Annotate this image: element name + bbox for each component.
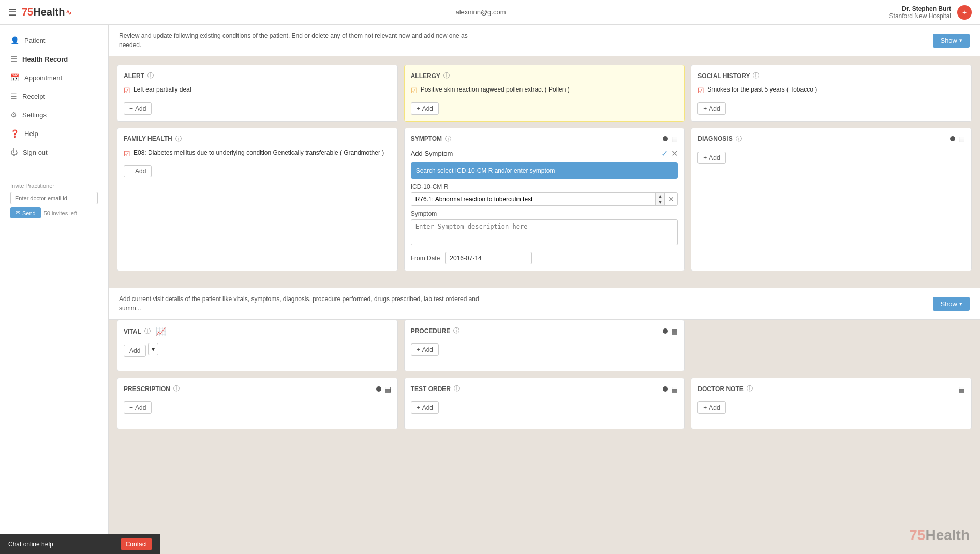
sidebar-item-appointment[interactable]: 📅 Appointment [0,68,108,87]
social-add-button[interactable]: + Add [697,102,725,115]
social-info-icon[interactable]: ⓘ [753,71,759,80]
alert-checkbox-icon: ☑ [124,86,130,96]
diagnosis-add-icon: + [703,154,707,161]
doctor-note-add-label: Add [709,404,720,411]
test-order-add-icon: + [417,404,420,411]
alert-card-header: ALERT ⓘ [124,71,391,80]
prescription-add-button[interactable]: + Add [124,401,152,414]
send-icon: ✉ [16,209,20,216]
prescription-info-icon[interactable]: ⓘ [173,384,180,393]
show-button-top[interactable]: Show [933,34,970,48]
health-record-icon: ☰ [10,55,17,63]
sidebar-label-help: Help [24,130,38,138]
sidebar-label-health-record: Health Record [22,55,68,63]
sidebar: 👤 Patient ☰ Health Record 📅 Appointment … [0,25,109,554]
sidebar-label-sign-out: Sign out [23,148,48,156]
invites-left: 50 invites left [44,210,77,216]
hamburger-icon[interactable]: ☰ [8,7,17,18]
family-item: ☑ E08: Diabetes mellitus due to underlyi… [124,148,391,159]
date-input[interactable] [445,252,532,264]
prescription-add-icon: + [129,404,133,411]
symptom-field-label: Symptom [411,210,678,217]
symptom-info-icon[interactable]: ⓘ [445,134,451,143]
alert-add-button[interactable]: + Add [124,102,152,115]
bottom-info-bar: Add current visit details of the patient… [109,288,980,320]
social-item: ☑ Smokes for the past 5 years ( Tobacco … [697,85,965,96]
allergy-add-button[interactable]: + Add [411,102,439,115]
sidebar-item-sign-out[interactable]: ⏻ Sign out [0,143,108,161]
diagnosis-add-label: Add [709,154,720,161]
main-layout: 👤 Patient ☰ Health Record 📅 Appointment … [0,25,980,554]
doctor-note-add-button[interactable]: + Add [697,401,725,414]
symptom-title: SYMPTOM [411,135,442,142]
family-health-card: FAMILY HEALTH ⓘ ☑ E08: Diabetes mellitus… [117,128,398,272]
family-item-text: E08: Diabetes mellitus due to underlying… [133,148,384,157]
symptom-cancel-button[interactable]: ✕ [671,148,678,158]
brand-logo: 75Health∿ [22,6,72,18]
prescription-table-icon: ▤ [384,385,391,393]
test-order-header-icons: ▤ [663,385,678,393]
icd-scroll-up[interactable]: ▲ [656,193,664,199]
doctor-hospital: Stanford New Hospital [889,12,951,20]
alert-item: ☑ Left ear partially deaf [124,85,391,96]
prescription-card-header: PRESCRIPTION ⓘ ▤ [124,384,391,393]
procedure-card: PROCEDURE ⓘ ▤ + Add [404,320,685,371]
family-info-icon[interactable]: ⓘ [175,134,182,143]
add-symptom-actions: ✓ ✕ [661,148,678,158]
cards-section: ALERT ⓘ ☑ Left ear partially deaf + Add [109,56,980,286]
invite-email-input[interactable] [10,192,98,204]
test-order-table-icon: ▤ [671,385,678,393]
allergy-add-label: Add [422,105,433,112]
sidebar-item-receipt[interactable]: ☰ Receipt [0,87,108,106]
icd-input[interactable] [411,193,656,205]
sidebar-item-patient[interactable]: 👤 Patient [0,31,108,50]
symptom-textarea[interactable] [411,219,678,245]
symptom-check-button[interactable]: ✓ [661,148,668,158]
vital-info-icon[interactable]: ⓘ [144,327,151,336]
doctor-note-info-icon[interactable]: ⓘ [747,384,753,393]
doctor-note-card-header: DOCTOR NOTE ⓘ ▤ [697,384,965,393]
procedure-header-icons: ▤ [663,327,678,335]
allergy-title: ALLERGY [411,72,440,80]
watermark: 75Health [909,527,970,544]
family-add-button[interactable]: + Add [124,165,152,177]
family-title: FAMILY HEALTH [124,135,172,142]
allergy-card-header: ALLERGY ⓘ [411,71,678,80]
prescription-header-icons: ▤ [376,385,391,393]
diagnosis-card: DIAGNOSIS ⓘ ▤ + Add [691,128,972,272]
alert-info-icon[interactable]: ⓘ [147,71,154,80]
doctor-note-add-icon: + [703,404,707,411]
vital-add-button[interactable]: Add [124,345,146,357]
sidebar-item-settings[interactable]: ⚙ Settings [0,106,108,124]
bottom-info-text: Add current visit details of the patient… [119,294,481,313]
icd-clear-button[interactable]: ✕ [664,193,677,205]
vital-dropdown-button[interactable]: ▾ [148,343,158,355]
test-order-info-icon[interactable]: ⓘ [454,384,460,393]
family-card-header: FAMILY HEALTH ⓘ [124,134,391,143]
procedure-add-button[interactable]: + Add [411,343,439,356]
show-button-bottom[interactable]: Show [933,297,970,311]
date-label: From Date [411,254,440,262]
test-order-card-header: TEST ORDER ⓘ ▤ [411,384,678,393]
procedure-info-icon[interactable]: ⓘ [453,326,459,335]
vital-add-label: Add [129,347,140,354]
symptom-card: SYMPTOM ⓘ ▤ Add Symptom ✓ ✕ [404,128,685,272]
symptom-search-box: Search select ICD-10-CM R and/or enter s… [411,162,678,179]
allergy-info-icon[interactable]: ⓘ [443,71,450,80]
icd-scroll-down[interactable]: ▼ [656,199,664,205]
sidebar-item-health-record[interactable]: ☰ Health Record [0,50,108,68]
watermark-75: 75 [909,527,925,543]
diagnosis-title: DIAGNOSIS [697,135,732,142]
vital-chart-icon[interactable]: 📈 [156,326,166,336]
diagnosis-info-icon[interactable]: ⓘ [736,134,742,143]
social-item-text: Smokes for the past 5 years ( Tobacco ) [707,85,817,94]
sidebar-item-help[interactable]: ❓ Help [0,124,108,143]
cross-icon[interactable]: + [957,5,972,20]
settings-icon: ⚙ [10,111,17,119]
send-button[interactable]: ✉ Send [10,207,41,218]
chat-contact-button[interactable]: Contact [121,538,152,550]
sidebar-label-receipt: Receipt [22,93,45,100]
test-order-add-button[interactable]: + Add [411,401,439,414]
alert-item-text: Left ear partially deaf [133,85,191,94]
diagnosis-add-button[interactable]: + Add [697,152,725,164]
